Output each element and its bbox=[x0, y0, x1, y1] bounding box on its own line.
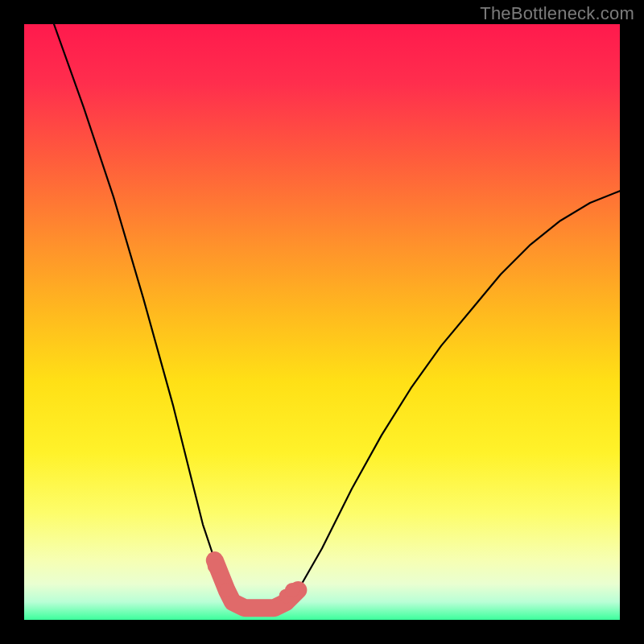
bottleneck-curve bbox=[54, 24, 620, 608]
watermark-text: TheBottleneck.com bbox=[480, 3, 634, 24]
curve-layer bbox=[24, 24, 620, 620]
chart-frame: TheBottleneck.com bbox=[0, 0, 644, 644]
curve-marker bbox=[208, 559, 222, 573]
plot-area bbox=[24, 24, 620, 620]
curve-marker bbox=[285, 583, 299, 597]
curve-marker bbox=[220, 583, 234, 597]
